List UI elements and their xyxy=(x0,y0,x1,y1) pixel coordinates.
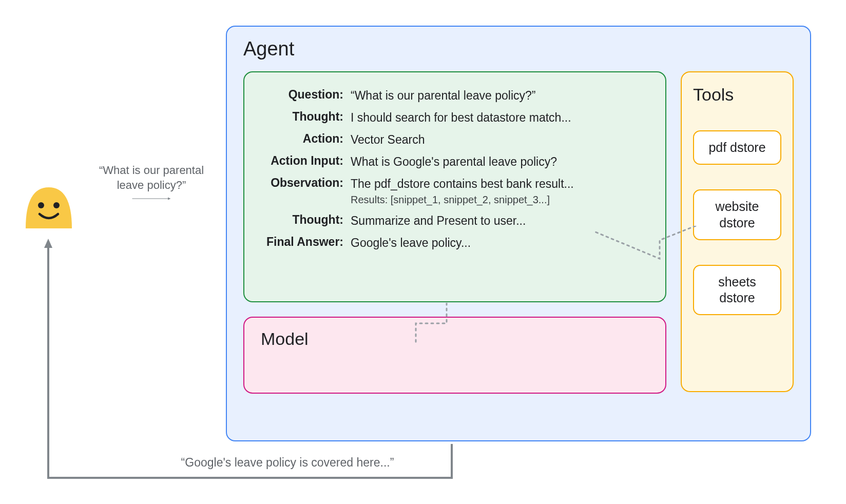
reasoning-value-main: The pdf_dstore contains best bank result… xyxy=(351,177,574,190)
user-icon xyxy=(21,177,77,228)
tool-pdf-dstore: pdf dstore xyxy=(693,130,781,165)
input-arrow-icon xyxy=(87,197,216,200)
reasoning-value: What is Google's parental leave policy? xyxy=(351,154,649,176)
model-panel: Model xyxy=(243,317,666,394)
svg-point-0 xyxy=(38,202,44,208)
svg-point-1 xyxy=(53,202,60,208)
reasoning-value: The pdf_dstore contains best bank result… xyxy=(351,176,649,213)
reasoning-label: Observation: xyxy=(261,176,351,213)
tools-panel: Tools pdf dstore website dstore sheets d… xyxy=(681,71,794,392)
agent-title: Agent xyxy=(243,38,794,60)
reasoning-row: Observation: The pdf_dstore contains bes… xyxy=(261,176,649,213)
reasoning-label: Action: xyxy=(261,132,351,154)
reasoning-label: Action Input: xyxy=(261,154,351,176)
diagram-canvas: “What is our parental leave policy?” Age… xyxy=(0,0,846,504)
reasoning-row: Action Input: What is Google's parental … xyxy=(261,154,649,176)
reasoning-value-sub: Results: [snippet_1, snippet_2, snippet_… xyxy=(351,193,649,207)
reasoning-row: Thought: I should search for best datast… xyxy=(261,110,649,132)
reasoning-row: Question: “What is our parental leave po… xyxy=(261,88,649,110)
reasoning-label: Thought: xyxy=(261,110,351,132)
tool-sheets-dstore: sheets dstore xyxy=(693,265,781,316)
return-text: “Google's leave policy is covered here..… xyxy=(144,456,431,470)
svg-marker-3 xyxy=(168,198,170,200)
reasoning-table: Question: “What is our parental leave po… xyxy=(261,88,649,257)
reasoning-label: Thought: xyxy=(261,213,351,235)
model-title: Model xyxy=(261,329,649,349)
reasoning-value: Vector Search xyxy=(351,132,649,154)
user-input-text: “What is our parental leave policy?” xyxy=(87,163,216,192)
reasoning-row: Thought: Summarize and Present to user..… xyxy=(261,213,649,235)
tool-website-dstore: website dstore xyxy=(693,189,781,240)
agent-container: Agent Question: “What is our parental le… xyxy=(226,26,811,441)
reasoning-row: Final Answer: Google's leave policy... xyxy=(261,235,649,257)
reasoning-value: Summarize and Present to user... xyxy=(351,213,649,235)
reasoning-panel: Question: “What is our parental leave po… xyxy=(243,71,666,302)
reasoning-label: Final Answer: xyxy=(261,235,351,257)
reasoning-value: “What is our parental leave policy?” xyxy=(351,88,649,110)
svg-marker-4 xyxy=(44,239,52,248)
left-column: Question: “What is our parental leave po… xyxy=(243,71,666,421)
tools-title: Tools xyxy=(693,85,781,105)
reasoning-value: Google's leave policy... xyxy=(351,235,649,257)
agent-inner: Question: “What is our parental leave po… xyxy=(243,71,794,421)
reasoning-row: Action: Vector Search xyxy=(261,132,649,154)
reasoning-label: Question: xyxy=(261,88,351,110)
reasoning-value: I should search for best datastore match… xyxy=(351,110,649,132)
